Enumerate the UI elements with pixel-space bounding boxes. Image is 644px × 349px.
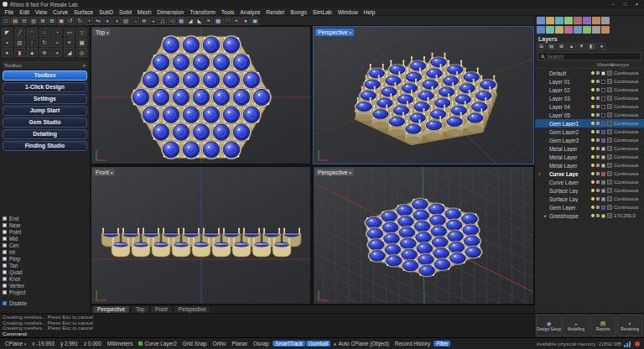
layer-row[interactable]: Layer 03 Continuous xyxy=(535,94,644,102)
lighting-panel-icon[interactable] xyxy=(592,17,600,24)
materials-panel-icon[interactable] xyxy=(583,17,591,24)
toolbox-button[interactable]: Gem Studio xyxy=(3,117,87,128)
menu-item[interactable]: Bongo xyxy=(288,9,309,15)
layer-lock-icon[interactable] xyxy=(596,172,600,175)
circle-icon[interactable]: ○ xyxy=(39,28,50,37)
menu-item[interactable]: SubD xyxy=(96,9,117,15)
delete-layer-icon[interactable]: ⊠ xyxy=(557,43,566,50)
command-panel[interactable]: Creating meshes... Press Esc to cancelCr… xyxy=(0,313,534,337)
command-prompt[interactable]: Command: xyxy=(3,331,532,337)
status-toggle[interactable]: Gumball xyxy=(306,341,331,346)
calculator-panel-icon[interactable] xyxy=(574,26,582,34)
cylinder-icon[interactable]: ▮ xyxy=(14,48,25,57)
layer-lock-icon[interactable] xyxy=(596,214,600,217)
layer-color-swatch[interactable] xyxy=(601,155,605,159)
layer-row[interactable]: Default Continuous xyxy=(535,69,644,77)
layer-material-icon[interactable] xyxy=(607,146,612,151)
layer-material-icon[interactable] xyxy=(607,213,612,218)
sphere-icon[interactable]: ● xyxy=(2,48,13,57)
layer-material-icon[interactable] xyxy=(607,112,612,117)
toolbox-button[interactable]: Settings xyxy=(3,94,87,104)
layer-linetype[interactable]: Continuous xyxy=(614,205,642,210)
menu-item[interactable]: Curve xyxy=(50,9,71,15)
osnap-checkbox[interactable] xyxy=(3,290,7,294)
layer-linetype[interactable]: Continuous xyxy=(614,121,642,126)
layer-color-swatch[interactable] xyxy=(601,197,605,201)
open-file-icon[interactable]: ▤ xyxy=(11,17,19,25)
layer-visibility-bulb-icon[interactable] xyxy=(591,197,595,201)
layer-visibility-bulb-icon[interactable] xyxy=(591,147,595,150)
new-sublayer-icon[interactable]: ▤ xyxy=(547,43,556,50)
osnap-checkbox[interactable] xyxy=(3,270,7,274)
undo-icon[interactable]: ↺ xyxy=(66,17,75,25)
trim-icon[interactable]: ◢ xyxy=(186,17,195,25)
layer-visibility-bulb-icon[interactable] xyxy=(591,214,595,217)
layer-material-icon[interactable] xyxy=(607,79,612,84)
print-icon[interactable]: ▥ xyxy=(29,17,38,25)
osnap-checkbox[interactable] xyxy=(3,223,7,227)
layer-linetype[interactable]: Continuous xyxy=(614,96,642,101)
save-icon[interactable]: ⊟ xyxy=(20,17,29,25)
menu-item[interactable]: Solid xyxy=(117,9,135,15)
array-icon[interactable]: ▦ xyxy=(177,17,185,25)
layer-material-icon[interactable] xyxy=(607,104,612,109)
minimize-button[interactable]: – xyxy=(609,1,618,8)
libraries-panel-icon[interactable] xyxy=(574,17,582,24)
layer-lock-icon[interactable] xyxy=(596,189,600,192)
close-button[interactable]: × xyxy=(632,1,641,8)
toolbox-button[interactable]: Detailing xyxy=(3,129,87,139)
menu-item[interactable]: Help xyxy=(361,9,378,15)
help-panel-icon[interactable] xyxy=(564,17,573,24)
menu-item[interactable]: Tools xyxy=(218,9,237,15)
layer-lock-icon[interactable] xyxy=(596,96,600,100)
layer-material-icon[interactable] xyxy=(607,205,612,210)
paste-icon[interactable]: ▣ xyxy=(57,17,65,25)
layer-color-swatch[interactable] xyxy=(601,147,605,151)
viewport-perspective-canvas[interactable] xyxy=(314,27,534,164)
revolve-icon[interactable]: ↻ xyxy=(39,38,50,47)
layer-lock-icon[interactable] xyxy=(596,164,600,167)
layer-color-swatch[interactable] xyxy=(601,105,605,109)
layer-row[interactable]: Gem Layer2 Continuous xyxy=(535,128,644,136)
layer-name[interactable]: Surface Lay xyxy=(549,196,589,202)
chamfer-icon[interactable]: ◢ xyxy=(64,48,75,57)
osnap-disable[interactable]: Disable xyxy=(3,300,58,306)
layer-material-icon[interactable] xyxy=(607,180,612,185)
menu-item[interactable]: Window xyxy=(335,9,361,15)
toolbox-close-icon[interactable]: × xyxy=(82,63,86,68)
menu-item[interactable]: Transform xyxy=(187,9,219,15)
layer-linetype[interactable]: Continuous xyxy=(614,104,642,109)
material-column-header[interactable]: Material xyxy=(597,62,610,67)
layer-row[interactable]: Gem Layer Continuous xyxy=(535,203,644,211)
cplane-button[interactable]: CPlane ▾ xyxy=(3,341,29,346)
osnap-item[interactable]: Perp xyxy=(3,255,58,262)
layer-lock-icon[interactable] xyxy=(596,105,600,108)
layer-lock-icon[interactable] xyxy=(596,206,600,209)
layer-visibility-bulb-icon[interactable] xyxy=(591,105,595,108)
status-toggle[interactable]: Grid Snap xyxy=(180,341,210,346)
layer-color-swatch[interactable] xyxy=(601,130,605,134)
move-down-icon[interactable]: ▼ xyxy=(577,43,586,50)
layer-row[interactable]: Gem Layer3 Continuous xyxy=(535,136,644,144)
layer-material-icon[interactable] xyxy=(607,129,612,134)
layer-color-swatch[interactable] xyxy=(601,172,605,176)
layer-material-icon[interactable] xyxy=(607,96,612,101)
layer-linetype[interactable]: Continuous xyxy=(614,146,642,151)
redo-icon[interactable]: ↻ xyxy=(75,17,84,25)
layer-material-icon[interactable] xyxy=(607,188,612,193)
settings-panel-icon[interactable] xyxy=(592,26,600,34)
layer-color-swatch[interactable] xyxy=(601,113,605,117)
layer-linetype[interactable]: Continuous xyxy=(614,188,642,193)
select-icon[interactable]: ◤ xyxy=(2,28,13,37)
new-file-icon[interactable]: □ xyxy=(2,17,10,25)
layer-row[interactable]: Layer 04 Continuous xyxy=(535,102,644,111)
toolbox-button[interactable]: 1-Click Design xyxy=(3,82,87,92)
loft-icon[interactable]: ≡ xyxy=(64,38,75,47)
toolbox-button[interactable]: Finding Studio xyxy=(3,141,87,151)
layer-expand-arrow-icon[interactable]: ▸ xyxy=(543,213,548,218)
layer-name[interactable]: Curve Layer xyxy=(549,180,589,185)
units-button[interactable]: Millimeters xyxy=(105,341,136,346)
polygon-icon[interactable]: ▽ xyxy=(76,28,87,37)
layer-row[interactable]: ✓ Curve Laye Continuous xyxy=(535,169,644,178)
viewport-tab[interactable]: Front xyxy=(150,305,173,313)
